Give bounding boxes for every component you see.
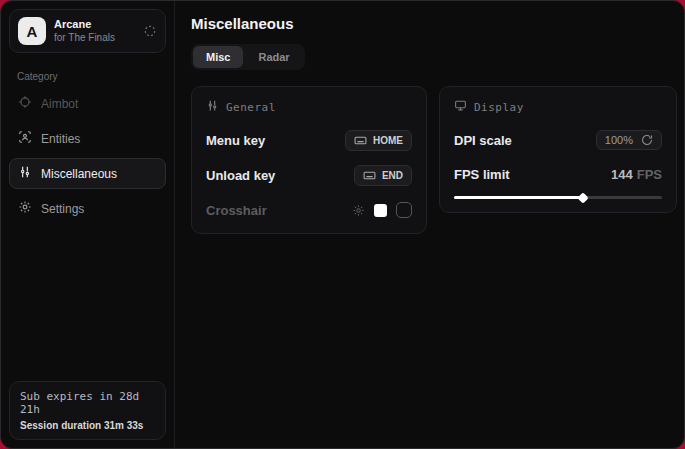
sidebar-item-label: Miscellaneous	[41, 167, 117, 181]
crosshair-row: Crosshair	[206, 200, 412, 220]
fps-slider-thumb[interactable]	[577, 192, 588, 203]
display-card: Display DPI scale 100% FPS limit 144FPS	[439, 86, 677, 213]
app-window: A Arcane for The Finals Category Aimbot	[0, 0, 685, 449]
app-header-card: A Arcane for The Finals	[9, 9, 166, 53]
sidebar-item-aimbot[interactable]: Aimbot	[9, 88, 166, 119]
crosshair-settings-gear-icon[interactable]	[352, 204, 365, 217]
category-label: Category	[17, 71, 158, 82]
dpi-scale-selector[interactable]: 100%	[596, 130, 662, 150]
crosshair-label: Crosshair	[206, 203, 267, 218]
subscription-card: Sub expires in 28d 21h Session duration …	[9, 381, 166, 440]
menu-key-row: Menu key HOME	[206, 130, 412, 151]
fps-number: 144	[611, 167, 633, 182]
unload-key-label: Unload key	[206, 168, 275, 183]
unload-key-row: Unload key END	[206, 165, 412, 186]
menu-key-label: Menu key	[206, 133, 265, 148]
dpi-scale-row: DPI scale 100%	[454, 130, 662, 150]
session-duration-text: Session duration 31m 33s	[20, 420, 155, 431]
keyboard-icon	[354, 134, 367, 147]
page-title: Miscellaneous	[191, 15, 677, 32]
sliders-small-icon	[206, 98, 219, 116]
unload-key-bind-button[interactable]: END	[354, 165, 412, 186]
sidebar-spacer	[1, 224, 174, 373]
fps-limit-value: 144FPS	[611, 167, 662, 182]
app-subtitle: for The Finals	[54, 32, 135, 45]
cards-row: General Menu key HOME Unload key	[191, 86, 677, 234]
sidebar-nav: Aimbot Entities Miscellaneous Settings	[1, 88, 174, 224]
sliders-icon	[18, 165, 32, 182]
unload-key-value: END	[382, 170, 403, 181]
crosshair-color-swatch[interactable]	[374, 204, 387, 217]
display-card-header: Display	[454, 98, 662, 116]
app-title: Arcane	[54, 18, 135, 32]
display-card-title: Display	[474, 101, 524, 114]
dpi-scale-label: DPI scale	[454, 133, 512, 148]
general-card: General Menu key HOME Unload key	[191, 86, 427, 234]
tab-misc[interactable]: Misc	[193, 46, 243, 68]
sidebar-item-label: Entities	[41, 132, 80, 146]
crosshair-checkbox[interactable]	[396, 202, 412, 218]
tab-bar: Misc Radar	[191, 44, 305, 70]
sidebar-item-label: Settings	[41, 202, 84, 216]
fps-limit-label: FPS limit	[454, 167, 510, 182]
main-content: Miscellaneous Misc Radar General Menu ke…	[175, 1, 685, 448]
loader-icon[interactable]	[143, 24, 157, 38]
crosshair-controls	[352, 202, 412, 218]
general-card-title: General	[226, 101, 276, 114]
menu-key-bind-button[interactable]: HOME	[345, 130, 412, 151]
fps-limit-row: FPS limit 144FPS	[454, 164, 662, 184]
sidebar-item-miscellaneous[interactable]: Miscellaneous	[9, 158, 166, 189]
sidebar-item-settings[interactable]: Settings	[9, 193, 166, 224]
menu-key-value: HOME	[373, 135, 403, 146]
fps-limit-slider[interactable]	[454, 196, 662, 199]
dpi-scale-value: 100%	[605, 134, 633, 146]
tab-radar[interactable]: Radar	[245, 46, 302, 68]
sub-expires-text: Sub expires in 28d 21h	[20, 390, 155, 416]
monitor-icon	[454, 98, 467, 116]
app-logo: A	[18, 17, 46, 45]
gear-icon	[18, 200, 32, 217]
fps-slider-fill	[454, 196, 583, 199]
keyboard-icon	[363, 169, 376, 182]
app-meta: Arcane for The Finals	[54, 18, 135, 44]
sidebar: A Arcane for The Finals Category Aimbot	[1, 1, 175, 448]
scan-person-icon	[18, 130, 32, 147]
fps-unit: FPS	[637, 167, 662, 182]
refresh-icon	[641, 134, 653, 146]
general-card-header: General	[206, 98, 412, 116]
sidebar-item-entities[interactable]: Entities	[9, 123, 166, 154]
crosshair-icon	[18, 95, 32, 112]
sidebar-item-label: Aimbot	[41, 97, 78, 111]
